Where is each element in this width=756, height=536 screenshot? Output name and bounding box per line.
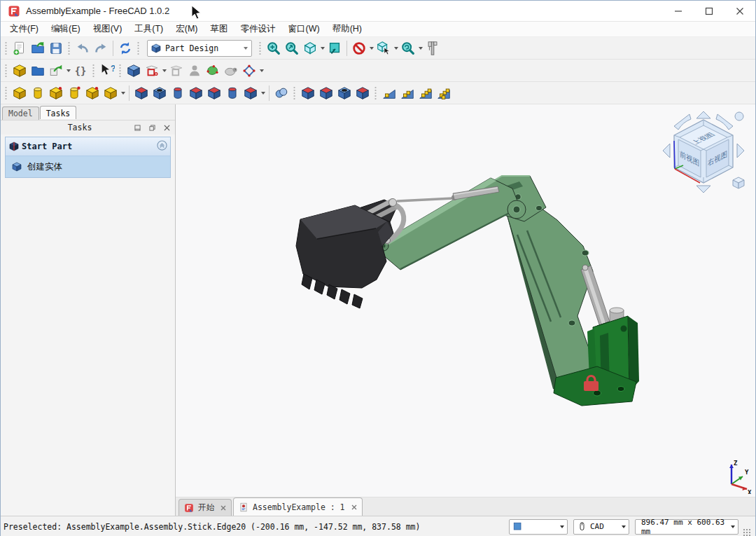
maximize-button[interactable] xyxy=(694,1,724,21)
view-size-selector[interactable]: 896.47 mm x 600.63 mm xyxy=(635,519,738,535)
polar-pattern-button[interactable] xyxy=(416,84,435,102)
dock-float-icon[interactable] xyxy=(146,122,158,133)
chevron-down-icon[interactable] xyxy=(417,39,424,57)
tab-start-page[interactable]: 开始 xyxy=(178,499,232,516)
expression-button[interactable]: {} xyxy=(71,62,90,80)
additive-pipe-button[interactable] xyxy=(65,84,83,102)
chevron-down-icon[interactable] xyxy=(120,84,126,102)
validate-sketch-button[interactable] xyxy=(204,62,222,80)
multitransform-button[interactable] xyxy=(435,84,453,102)
menu-tools[interactable]: 工具(T) xyxy=(128,22,169,36)
chevron-down-icon[interactable] xyxy=(260,84,266,102)
dock-close-icon[interactable] xyxy=(160,122,173,133)
create-sketch-button[interactable] xyxy=(143,62,161,80)
navigation-cube[interactable]: 上视图 前视图 右视图 xyxy=(660,110,746,195)
redo-button[interactable] xyxy=(92,39,110,57)
chevron-down-icon[interactable] xyxy=(393,39,399,57)
toolbar-handle[interactable] xyxy=(4,85,8,101)
menu-window[interactable]: 窗口(W) xyxy=(282,22,326,36)
make-link-button[interactable] xyxy=(47,62,65,80)
menu-macro[interactable]: 宏(M) xyxy=(169,22,204,36)
mirrored-button[interactable] xyxy=(380,84,398,102)
navigation-style-selector[interactable]: CAD xyxy=(573,519,629,535)
fit-selection-button[interactable] xyxy=(283,39,301,57)
menu-sketch[interactable]: 草图 xyxy=(204,22,234,36)
close-icon[interactable] xyxy=(351,504,357,510)
create-datum-button[interactable] xyxy=(240,62,258,80)
subtractive-loft-button[interactable] xyxy=(187,84,205,102)
close-button[interactable] xyxy=(724,1,755,21)
fit-all-button[interactable] xyxy=(265,39,283,57)
create-group-button[interactable] xyxy=(29,62,47,80)
menu-view[interactable]: 视图(V) xyxy=(87,22,129,36)
workbench-selector[interactable]: Part Design xyxy=(147,40,252,57)
chevron-down-icon[interactable] xyxy=(65,62,71,80)
create-part-button[interactable] xyxy=(10,62,29,80)
create-body-button[interactable] xyxy=(125,62,143,80)
draw-style-button[interactable] xyxy=(350,39,368,57)
minimize-button[interactable] xyxy=(663,1,694,21)
undo-button[interactable] xyxy=(74,39,92,57)
collapse-section-button[interactable] xyxy=(157,140,167,153)
boolean-button[interactable] xyxy=(272,84,290,102)
3d-viewport[interactable]: 上视图 前视图 右视图 xyxy=(176,104,755,516)
sync-view-button[interactable] xyxy=(399,39,417,57)
chevron-down-icon[interactable] xyxy=(319,39,326,57)
new-document-button[interactable] xyxy=(10,39,29,57)
subtractive-pipe-button[interactable] xyxy=(205,84,223,102)
box-zoom-button[interactable] xyxy=(326,39,344,57)
start-part-section-header[interactable]: Start Part xyxy=(6,137,170,156)
toolbar-handle[interactable] xyxy=(118,63,122,78)
toolbar-handle[interactable] xyxy=(4,63,8,78)
hole-button[interactable] xyxy=(150,84,169,102)
axonometric-view-button[interactable] xyxy=(301,39,319,57)
open-document-button[interactable] xyxy=(29,39,47,57)
tab-tasks[interactable]: Tasks xyxy=(40,106,77,119)
measure-button[interactable] xyxy=(424,39,442,57)
toolbar-handle[interactable] xyxy=(293,85,297,101)
edit-sketch-button[interactable] xyxy=(167,62,186,80)
3d-canvas[interactable]: 上视图 前视图 右视图 xyxy=(176,104,755,497)
resize-grip[interactable] xyxy=(743,528,751,536)
chevron-down-icon[interactable] xyxy=(368,39,374,57)
toolbar-handle[interactable] xyxy=(136,41,141,56)
toolbar-handle[interactable] xyxy=(92,63,96,78)
selection-view-button[interactable] xyxy=(374,39,393,57)
unit-scheme-selector[interactable] xyxy=(509,519,568,535)
linear-pattern-button[interactable] xyxy=(398,84,416,102)
toolbar-handle[interactable] xyxy=(374,85,378,101)
subtractive-helix-button[interactable] xyxy=(223,84,241,102)
shape-binder-button[interactable] xyxy=(222,62,240,80)
create-body-task-item[interactable]: 创建实体 xyxy=(6,156,170,177)
additive-primitive-button[interactable] xyxy=(102,84,120,102)
close-icon[interactable] xyxy=(220,505,226,511)
pocket-button[interactable] xyxy=(132,84,150,102)
groove-button[interactable] xyxy=(169,84,187,102)
toolbar-handle[interactable] xyxy=(4,41,8,56)
toolbar-structure: {} ? xyxy=(1,60,755,82)
map-sketch-button[interactable] xyxy=(186,62,204,80)
additive-loft-button[interactable] xyxy=(47,84,65,102)
tab-assembly-document[interactable]: AssemblyExample : 1 xyxy=(233,497,363,516)
menu-partdesign[interactable]: 零件设计 xyxy=(234,22,282,36)
draft-button[interactable] xyxy=(335,84,354,102)
dock-minimize-icon[interactable] xyxy=(131,122,144,133)
whats-this-button[interactable]: ? xyxy=(98,62,116,80)
menu-edit[interactable]: 编辑(E) xyxy=(45,22,87,36)
additive-helix-button[interactable] xyxy=(83,84,102,102)
toolbar-handle[interactable] xyxy=(258,41,262,56)
fillet-button[interactable] xyxy=(299,84,317,102)
tab-model[interactable]: Model xyxy=(2,106,39,120)
menu-help[interactable]: 帮助(H) xyxy=(326,22,368,36)
thickness-button[interactable] xyxy=(354,84,372,102)
revolution-button[interactable] xyxy=(29,84,47,102)
menu-file[interactable]: 文件(F) xyxy=(4,22,45,36)
chevron-down-icon[interactable] xyxy=(258,62,265,80)
chevron-down-icon[interactable] xyxy=(161,62,167,80)
chamfer-button[interactable] xyxy=(317,84,335,102)
refresh-button[interactable] xyxy=(116,39,134,57)
pad-button[interactable] xyxy=(10,84,29,102)
subtractive-primitive-button[interactable] xyxy=(241,84,260,102)
save-button[interactable] xyxy=(47,39,65,57)
toolbar-handle[interactable] xyxy=(67,41,71,56)
